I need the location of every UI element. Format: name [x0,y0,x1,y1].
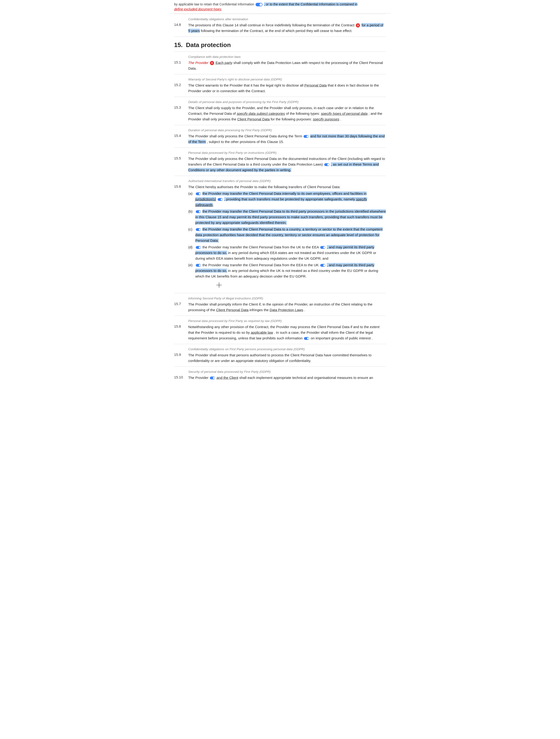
top-bar-italic: define excluded document types [174,7,222,11]
text-15-3-types: specify types of personal data [321,112,368,116]
clause-num-15-5: 15.5 [174,156,188,173]
sub-label-c: (c) [188,227,195,244]
label-15-4: Duration of personal data processing by … [174,127,386,132]
clause-row-15-4: 15.4 The Provider shall only process the… [174,132,386,146]
sub-content-c: the Provider may transfer the Client Per… [195,227,386,244]
clause-content-15-5: The Provider shall only process the Clie… [188,156,386,173]
top-bar-highlighted: , or to the extent that the Confidential… [264,2,358,6]
section-15-9: Confidentiality obligations on First Par… [169,344,391,366]
label-15-9: Confidentiality obligations on First Par… [174,346,386,351]
toggle-track-15-6-d2 [320,246,325,249]
toggle-15-4[interactable] [303,135,309,138]
toggle-15-6-a[interactable] [196,192,201,195]
toggle-15-8[interactable] [304,337,309,340]
clause-num-15-4: 15.4 [174,133,188,145]
clause-content-15-3: The Client shall only supply to the Prov… [188,105,386,122]
label-15-10: Security of personal data processed by F… [174,368,386,374]
section-15-10: Security of personal data processed by F… [169,367,391,383]
crosshair-icon [217,283,222,288]
clause-content-15-7: The Provider shall promptly inform the C… [188,302,386,313]
text-15-8-4: on important grounds of public interest [311,336,371,340]
badge-15-1: o [210,61,214,65]
label-15-6: Authorised international transfers of pe… [174,178,386,183]
section-15-num: 15. [174,41,182,49]
sub-label-a: (a) [188,191,195,208]
label-14-8: Confidentiality obligations after termin… [174,16,386,21]
toggle-track-15-10 [210,377,215,380]
text-15-3-9: . [340,117,341,121]
toggle-15-6-b[interactable] [196,210,201,213]
text-15-7-3: infringes the [249,308,269,312]
toggle-15-6-d2[interactable] [320,246,325,249]
toggle-15-6-e2[interactable] [320,264,325,267]
toggle-track-15-6-b [196,210,201,213]
clause-content-15-9: The Provider shall ensure that persons a… [188,352,386,363]
clause-num-15-10: 15.10 [174,375,188,381]
text-15-4-1: The Provider shall only process the Clie… [188,134,302,138]
sub-item-15-6-d: (d) the Provider may transfer the Client… [188,244,386,261]
crosshair-wrap [188,280,386,290]
section-15-3: Details of personal data and purposes of… [169,97,391,124]
section-14-8: Confidentiality obligations after termin… [169,15,391,36]
text-15-10-4: shall each implement appropriate technic… [239,376,373,380]
toggle-15-6-c[interactable] [196,228,201,231]
text-15-3-7: for the following purposes: [271,117,312,121]
text-15-10-1: The Provider [188,376,208,380]
clause-content-15-8: Notwithstanding any other provision of t… [188,324,386,341]
clause-row-15-2: 15.2 The Client warrants to the Provider… [174,82,386,95]
clause-row-15-6: 15.6 The Client hereby authorises the Pr… [174,183,386,291]
text-15-10-2: and the Client [217,376,238,380]
text-15-7-5: . [304,308,305,312]
clause-row-15-1: 15.1 The Provider o Each party shall com… [174,59,386,72]
section-15-4: Duration of personal data processing by … [169,126,391,147]
clause-row-15-9: 15.9 The Provider shall ensure that pers… [174,351,386,364]
toggle-15-6-a2[interactable] [218,198,223,201]
clause-row-14-8: 14.8 The provisions of this Clause 14 sh… [174,21,386,34]
text-15-9-1: The Provider shall ensure that persons a… [188,353,372,363]
label-15-8: Personal data processed by First Party a… [174,318,386,323]
sub-item-15-6-a: (a) the Provider may transfer the Client… [188,191,386,208]
toggle-track-15-6-e2 [320,264,325,267]
toggle-15-6-e[interactable] [196,264,201,267]
toggle-15-10[interactable] [210,377,215,380]
text-15-7-dpl: Data Protection Laws [270,308,303,312]
section-15-5: Personal data processed by First Party o… [169,148,391,175]
toggle-top[interactable] [256,3,263,6]
text-15-4-3: , subject to the other provisions of thi… [207,140,284,144]
text-e-1: the Provider may transfer the Client Per… [202,263,320,267]
text-c-1: the Provider may transfer the Client Per… [195,227,383,243]
clause-num-15-1: 15.1 [174,60,188,71]
text-15-8-5: . [372,336,373,340]
toggle-track-15-6-e [196,264,201,267]
label-15-3: Details of personal data and purposes of… [174,99,386,104]
top-bar: by applicable law to retain that Confide… [169,0,391,13]
top-bar-period: . [222,7,222,11]
text-b-1: the Provider may transfer the Client Per… [195,209,386,225]
text-14-8-1: The provisions of this Clause 14 shall c… [188,23,355,27]
top-bar-text1: by applicable law to retain that Confide… [174,2,254,6]
text-15-2-1: The Client warrants to the Provider that… [188,83,303,87]
text-15-1-each: Each party [216,61,233,65]
clause-row-15-10: 15.10 The Provider and the Client shall … [174,374,386,382]
section-15-1: Compliance with data protection laws 15.… [169,52,391,73]
text-15-6-intro: The Client hereby authorises the Provide… [188,185,340,189]
text-15-3-cpd: Client Personal Data [237,117,270,121]
toggle-15-5[interactable] [324,163,329,166]
clause-num-15-6: 15.6 [174,184,188,290]
section-15-8: Personal data processed by First Party a… [169,316,391,343]
section-15-2: Warranty of Second Party's right to disc… [169,75,391,96]
sub-item-15-6-c: (c) the Provider may transfer the Client… [188,227,386,244]
text-15-3-of: of the following types: [286,112,320,116]
label-15-2: Warranty of Second Party's right to disc… [174,76,386,82]
text-14-8-4: following the termination of the Contrac… [201,29,352,33]
clause-row-15-8: 15.8 Notwithstanding any other provision… [174,323,386,342]
toggle-track-15-6-a [196,192,201,195]
sub-content-e: the Provider may transfer the Client Per… [195,262,386,279]
label-15-1: Compliance with data protection laws [174,54,386,59]
sub-content-b: the Provider may transfer the Client Per… [195,208,386,226]
sub-content-d: the Provider may transfer the Client Per… [195,244,386,261]
toggle-15-6-d[interactable] [196,246,201,249]
toggle-track-15-6-d [196,246,201,249]
clause-row-15-5: 15.5 The Provider shall only process the… [174,155,386,174]
sub-content-a: the Provider may transfer the Client Per… [195,191,386,208]
